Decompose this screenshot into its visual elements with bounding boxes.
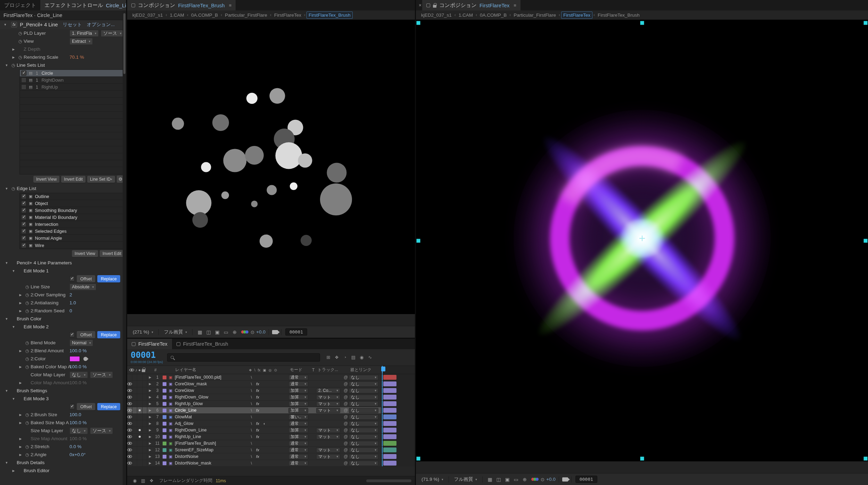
layer-track[interactable] [381,447,415,453]
layer-name[interactable]: DistortNoise_mask [174,461,247,466]
edge-list-row[interactable]: ▣Material ID Boundary [20,214,124,221]
fx-badge-icon[interactable]: fx [256,454,259,459]
lock-toggle[interactable] [142,374,148,380]
view-options-icon[interactable]: ⊕ [230,328,239,336]
twirl-icon[interactable]: ▶ [17,301,24,305]
line-set-checkbox[interactable] [21,84,26,90]
layer-track[interactable] [381,414,415,420]
twirl-icon[interactable]: ▶ [17,309,24,313]
mode-dropdown[interactable]: 通常▾ [288,381,308,387]
trkmat-dropdown[interactable] [316,441,340,446]
lock-toggle[interactable] [142,453,147,460]
layer-row[interactable]: ▶9▣RightDown_Line\fx加算▾マット▾@なし▾ [127,427,415,434]
quality-switch-icon[interactable]: \ [251,382,252,386]
param-dropdown[interactable]: ソース▾ [101,30,124,37]
layer-duration-bar[interactable] [383,375,396,380]
layer-name[interactable]: GlowMat [174,414,247,419]
edge-checkbox[interactable] [21,215,26,220]
mode-dropdown[interactable]: 通常▾ [288,454,308,459]
quality-switch-icon[interactable]: \ [251,415,252,419]
guides-icon[interactable]: ▭ [222,328,230,336]
parent-dropdown[interactable]: なし▾ [349,381,378,387]
layer-name[interactable]: RightDown_Glow [174,395,247,400]
layer-track[interactable] [381,387,415,394]
quality-switch-icon[interactable]: \ [251,441,252,445]
quality-switch-icon[interactable]: \ [251,428,252,432]
eye-toggle[interactable] [127,460,132,466]
trkmat-dropdown[interactable] [316,414,340,420]
edge-list-row[interactable]: ▣Smoothing Boundary [20,207,124,214]
line-set-empty-row[interactable] [20,146,124,153]
exposure-control[interactable]: ⊙+0.0 [251,329,265,335]
layer-twirl-icon[interactable]: ▶ [147,448,153,452]
layer-duration-bar[interactable] [383,401,396,406]
lock-toggle[interactable] [142,434,147,440]
number-column-header[interactable]: # [153,368,162,372]
layer-row[interactable]: ▶13▣DistortNoise\fx通常▾マット▾@なし▾ [127,453,415,460]
breadcrumb-item[interactable]: 1.CAM [168,12,186,18]
horizontal-scrollbar[interactable] [366,479,411,482]
audio-toggle[interactable] [132,460,137,466]
mode-dropdown[interactable]: 加算▾ [288,388,308,393]
line-set-checkbox[interactable] [21,77,26,83]
param-dropdown[interactable]: ソース▾ [90,371,113,378]
fx-badge-icon[interactable]: fx [256,448,259,452]
param-dropdown[interactable]: Absolute▾ [69,283,96,290]
layer-duration-bar[interactable] [383,395,396,400]
layer-name[interactable]: CoreGlow [174,388,247,393]
layer-track[interactable] [381,374,415,380]
layer-name[interactable]: Circle_Line [174,408,247,413]
line-set-empty-row[interactable] [20,153,124,160]
layer-twirl-icon[interactable]: ▶ [147,455,153,458]
layer-row[interactable]: ▶12▣ScreenEF_SizeMap\fx通常▾マット▾@なし▾ [127,447,415,453]
line-set-checkbox[interactable] [21,71,26,76]
eye-toggle[interactable] [127,434,132,440]
mode-dropdown[interactable]: 加算▾ [288,395,308,400]
twirl-icon[interactable]: ▶ [17,421,24,425]
pick-whip-icon[interactable]: @ [343,421,349,426]
twirl-icon[interactable]: ▼ [3,261,10,265]
layer-twirl-icon[interactable]: ▶ [147,422,153,425]
layer-name[interactable]: DistortNoise [174,454,247,459]
layer-duration-bar[interactable] [383,447,396,452]
twirl-icon[interactable]: ▶ [17,293,24,297]
edit-mode-checkbox[interactable] [69,276,75,281]
twirl-icon[interactable]: ▼ [3,461,10,465]
edge-checkbox[interactable] [21,222,26,227]
edit-mode-checkbox[interactable] [69,332,75,337]
fx-badge-icon[interactable]: fx [256,388,259,393]
lock-toggle[interactable] [142,414,147,420]
solo-toggle[interactable] [137,401,142,407]
param-dropdown[interactable]: なし▾ [69,371,88,378]
exposure-control[interactable]: ⊙+0.0 [541,477,556,482]
parent-dropdown[interactable]: なし▾ [349,447,378,453]
layer-name[interactable]: [FirstFlareTex_Brush] [174,441,247,446]
twirl-icon[interactable]: ▼ [3,64,10,67]
layer-track[interactable] [381,407,415,413]
parent-dropdown[interactable]: なし▾ [349,388,378,393]
panel-menu-icon[interactable]: ≡ [229,3,232,8]
replace-button[interactable]: Replace [97,403,120,410]
selection-handle[interactable] [864,21,868,25]
stopwatch-icon[interactable]: ◷ [24,420,31,425]
solo-toggle[interactable] [137,394,142,400]
invert-edit-button[interactable]: Invert Edit [100,250,124,257]
fx-badge-icon[interactable]: fx [256,408,259,412]
stopwatch-icon[interactable]: ◷ [24,293,31,297]
eye-toggle[interactable] [127,401,132,407]
param-dropdown[interactable]: Normal▾ [69,339,93,346]
audio-toggle[interactable] [132,440,137,446]
timeline-toggle-icon[interactable]: ❖ [147,477,156,484]
audio-toggle[interactable] [132,414,137,420]
eye-toggle[interactable] [127,440,132,446]
label-color-chip[interactable] [163,395,166,399]
effect-name[interactable]: P_Pencil+ 4 Line [20,22,58,27]
draft-3d-icon[interactable]: ❖ [333,354,341,361]
transparency-grid-icon[interactable]: ▦ [486,476,494,483]
tab-effect-controls[interactable]: エフェクトコントロール Circle_Line ≡ [40,0,126,10]
param-value[interactable]: 0x+0.0° [69,452,85,457]
layer-row[interactable]: ▶3▣CoreGlow\fx加算▾2. Co...▾@なし▾ [127,387,415,394]
fx-badge-icon[interactable]: fx [256,402,259,406]
edge-checkbox[interactable] [21,201,26,206]
label-color-chip[interactable] [163,435,166,439]
